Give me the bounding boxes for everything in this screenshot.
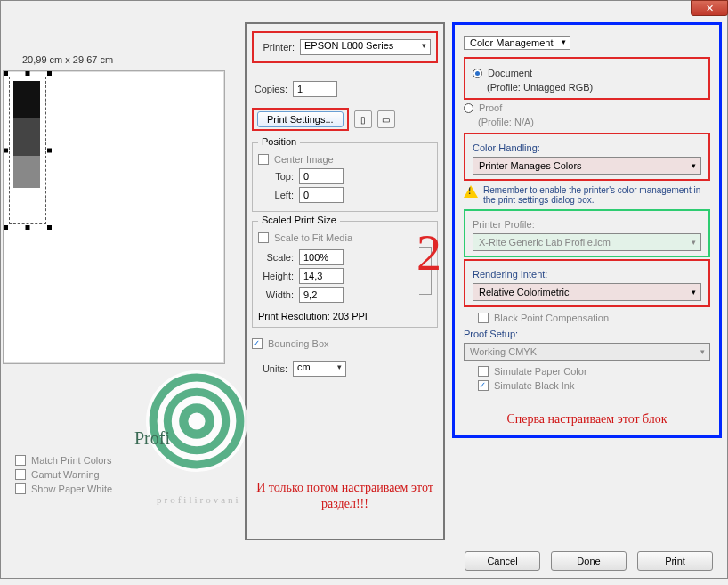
printer-profile-label: Printer Profile: bbox=[473, 219, 701, 230]
proof-radio-label: Proof bbox=[479, 102, 502, 113]
gamut-warning-checkbox[interactable] bbox=[15, 469, 26, 480]
print-button[interactable]: Print bbox=[637, 551, 713, 571]
gamut-warning-label: Gamut Warning bbox=[31, 469, 100, 480]
titlebar: ✕ bbox=[691, 0, 728, 18]
bounding-box-checkbox[interactable] bbox=[252, 338, 263, 349]
close-button[interactable]: ✕ bbox=[691, 0, 728, 16]
simulate-paper-checkbox bbox=[478, 366, 489, 377]
printer-highlight: Printer: EPSON L800 Series bbox=[252, 31, 438, 63]
width-label: Width: bbox=[258, 289, 294, 300]
height-input[interactable] bbox=[299, 268, 344, 284]
annotation-right-text: Сперва настраиваем этот блок bbox=[464, 412, 710, 427]
match-print-colors-label: Match Print Colors bbox=[31, 455, 111, 466]
printer-profile-select: X-Rite Generic Lab Profile.icm bbox=[473, 233, 701, 251]
height-label: Height: bbox=[258, 271, 294, 281]
color-management-column: Color Management Document (Profile: Unta… bbox=[452, 22, 722, 540]
proof-profile-label: (Profile: N/A) bbox=[478, 117, 710, 127]
button-bar: Cancel Done Print bbox=[465, 551, 713, 571]
warning-icon bbox=[464, 185, 478, 198]
color-handling-highlight: Color Handling: Printer Manages Colors bbox=[464, 133, 710, 181]
scale-input[interactable] bbox=[299, 249, 344, 265]
bounding-box-label: Bounding Box bbox=[268, 338, 329, 349]
simulate-paper-label: Simulate Paper Color bbox=[494, 366, 587, 377]
done-button[interactable]: Done bbox=[551, 551, 627, 571]
print-options-column: Printer: EPSON L800 Series Copies: Print… bbox=[245, 22, 445, 540]
simulate-ink-checkbox bbox=[478, 380, 489, 391]
rendering-intent-select[interactable]: Relative Colorimetric bbox=[473, 283, 701, 301]
print-resolution: Print Resolution: 203 PPI bbox=[258, 311, 432, 321]
position-fieldset: Position Center Image Top: Left: bbox=[252, 142, 438, 212]
copies-label: Copies: bbox=[252, 84, 287, 94]
proof-setup-select: Working CMYK bbox=[464, 343, 710, 361]
scaled-size-fieldset: Scaled Print Size Scale to Fit Media Sca… bbox=[252, 221, 438, 328]
color-handling-select[interactable]: Printer Manages Colors bbox=[473, 157, 701, 175]
rendering-intent-highlight: Rendering Intent: Relative Colorimetric bbox=[464, 259, 710, 307]
center-image-label: Center Image bbox=[274, 154, 334, 165]
color-handling-label: Color Handling: bbox=[473, 142, 701, 153]
preview-options: Match Print Colors Gamut Warning Show Pa… bbox=[15, 451, 112, 498]
black-point-label: Black Point Compensation bbox=[494, 313, 609, 323]
preview-page bbox=[9, 77, 46, 224]
preview-handles bbox=[6, 74, 49, 227]
printer-profile-highlight: Printer Profile: X-Rite Generic Lab Prof… bbox=[464, 209, 710, 257]
left-label: Left: bbox=[258, 190, 294, 200]
match-print-colors-checkbox[interactable] bbox=[15, 455, 26, 466]
copies-input[interactable] bbox=[293, 81, 337, 97]
document-radio-highlight: Document (Profile: Untagged RGB) bbox=[464, 57, 710, 100]
color-management-select[interactable]: Color Management bbox=[464, 36, 570, 50]
width-input[interactable] bbox=[299, 287, 344, 303]
landscape-icon[interactable]: ▭ bbox=[377, 110, 395, 128]
annotation-number-2: 2 bbox=[417, 224, 441, 281]
color-warning: Remember to enable the printer's color m… bbox=[464, 185, 710, 205]
proof-setup-label: Proof Setup: bbox=[464, 329, 710, 339]
main-content: 20,99 cm x 29,67 cm bbox=[6, 22, 722, 540]
rendering-intent-label: Rendering Intent: bbox=[473, 269, 701, 280]
document-radio-label: Document bbox=[488, 68, 532, 78]
portrait-icon[interactable]: ▯ bbox=[354, 110, 372, 128]
annotation-mid-text: И только потом настраиваем этот раздел!!… bbox=[247, 480, 443, 512]
print-settings-button[interactable]: Print Settings... bbox=[257, 111, 344, 127]
scaled-legend: Scaled Print Size bbox=[258, 215, 340, 225]
top-label: Top: bbox=[258, 171, 294, 182]
scale-to-fit-checkbox[interactable] bbox=[258, 232, 269, 243]
color-management-highlight: Color Management Document (Profile: Unta… bbox=[452, 22, 722, 438]
document-profile-label: (Profile: Untagged RGB) bbox=[487, 82, 701, 93]
simulate-ink-label: Simulate Black Ink bbox=[494, 380, 574, 391]
document-radio[interactable] bbox=[473, 69, 482, 78]
units-label: Units: bbox=[252, 363, 287, 374]
scale-to-fit-label: Scale to Fit Media bbox=[274, 232, 352, 243]
black-point-checkbox bbox=[478, 313, 489, 323]
printer-label: Printer: bbox=[259, 42, 295, 53]
page-dimensions: 20,99 cm x 29,67 cm bbox=[22, 54, 238, 65]
preview-column: 20,99 cm x 29,67 cm bbox=[6, 22, 238, 540]
printer-select[interactable]: EPSON L800 Series bbox=[300, 39, 431, 55]
cancel-button[interactable]: Cancel bbox=[465, 551, 540, 571]
print-dialog-window: ✕ 20,99 cm x 29,67 cm bbox=[0, 0, 728, 579]
units-select[interactable]: cm bbox=[293, 361, 346, 377]
left-input[interactable] bbox=[299, 187, 344, 203]
preview-canvas[interactable] bbox=[3, 70, 225, 364]
show-paper-white-checkbox[interactable] bbox=[15, 483, 26, 494]
proof-radio[interactable] bbox=[464, 103, 473, 113]
color-warning-text: Remember to enable the printer's color m… bbox=[483, 185, 710, 205]
show-paper-white-label: Show Paper White bbox=[31, 483, 112, 494]
center-image-checkbox[interactable] bbox=[258, 154, 269, 165]
position-legend: Position bbox=[258, 136, 300, 147]
top-input[interactable] bbox=[299, 168, 344, 184]
scale-label: Scale: bbox=[258, 252, 294, 263]
